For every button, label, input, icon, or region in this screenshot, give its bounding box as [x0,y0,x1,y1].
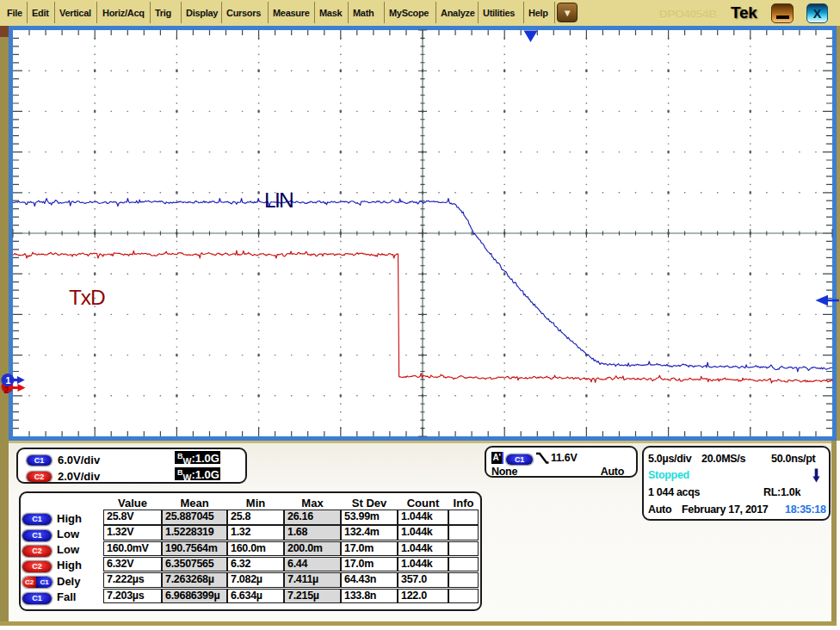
svg-text:LIN: LIN [264,188,293,212]
svg-text:1: 1 [5,375,10,386]
svg-text:TxD: TxD [69,286,105,309]
svg-text:2: 2 [4,386,9,395]
